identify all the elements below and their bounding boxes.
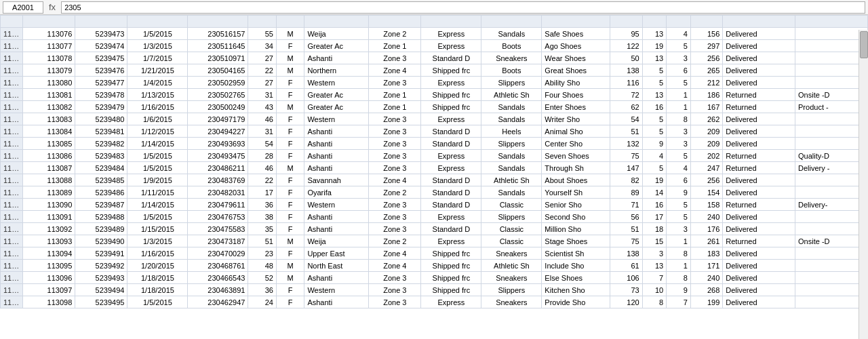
col-header-D[interactable]: [188, 16, 248, 28]
cell[interactable]: 5239482: [75, 138, 127, 150]
cell[interactable]: 51: [610, 223, 642, 235]
cell[interactable]: Include Sho: [542, 260, 610, 272]
cell[interactable]: Zone 3: [369, 125, 421, 138]
cell[interactable]: Zone 4: [369, 260, 421, 272]
cell[interactable]: 5: [667, 40, 691, 52]
col-header-G[interactable]: [304, 16, 369, 28]
cell[interactable]: 261: [690, 235, 722, 247]
cell[interactable]: 1/5/2015: [127, 28, 188, 40]
cell[interactable]: 202: [690, 150, 722, 162]
cell[interactable]: Enter Shoes: [542, 101, 610, 113]
cell[interactable]: [795, 64, 868, 77]
cell[interactable]: 31: [248, 89, 277, 101]
cell[interactable]: Ago Shoes: [542, 40, 610, 52]
cell[interactable]: M: [276, 272, 304, 284]
cell[interactable]: Quality-D: [795, 150, 868, 162]
table-row[interactable]: 11299211309052394871/14/201523047961136F…: [1, 199, 868, 211]
cell[interactable]: Standard D: [421, 174, 481, 186]
cell[interactable]: Delivered: [723, 40, 795, 52]
cell[interactable]: 5239491: [75, 247, 127, 260]
cell[interactable]: Classic: [481, 199, 542, 211]
cell[interactable]: 82: [610, 174, 642, 186]
cell[interactable]: 230476753: [188, 211, 248, 223]
cell[interactable]: 89: [610, 186, 642, 199]
col-header-M[interactable]: [642, 16, 667, 28]
cell[interactable]: 19: [642, 40, 667, 52]
cell[interactable]: 230504165: [188, 64, 248, 77]
cell[interactable]: 1/7/2015: [127, 52, 188, 64]
cell[interactable]: 230462947: [188, 296, 248, 308]
cell[interactable]: 113078: [23, 52, 75, 64]
cell[interactable]: 113093: [23, 235, 75, 247]
cell[interactable]: Boots: [481, 40, 542, 52]
cell[interactable]: [795, 174, 868, 186]
cell[interactable]: 113082: [23, 101, 75, 113]
cell[interactable]: Slippers: [481, 284, 542, 296]
cell[interactable]: 209: [690, 138, 722, 150]
cell[interactable]: [795, 125, 868, 138]
table-row[interactable]: 11299511309352394901/3/201523047318751MW…: [1, 235, 868, 247]
row-number[interactable]: 112980: [1, 52, 23, 64]
cell[interactable]: 262: [690, 113, 722, 125]
cell[interactable]: Express: [421, 211, 481, 223]
cell[interactable]: M: [276, 28, 304, 40]
cell[interactable]: [795, 284, 868, 296]
cell[interactable]: 240: [690, 211, 722, 223]
cell[interactable]: 1/11/2015: [127, 186, 188, 199]
cell[interactable]: 1/9/2015: [127, 174, 188, 186]
cell[interactable]: 15: [642, 235, 667, 247]
cell[interactable]: 22: [248, 64, 277, 77]
cell[interactable]: 5239481: [75, 125, 127, 138]
cell[interactable]: Returned: [723, 235, 795, 247]
cell[interactable]: M: [276, 260, 304, 272]
cell[interactable]: 5239483: [75, 150, 127, 162]
cell[interactable]: 17: [248, 186, 277, 199]
cell[interactable]: 212: [690, 77, 722, 89]
cell[interactable]: 1: [667, 260, 691, 272]
cell[interactable]: 5239476: [75, 64, 127, 77]
cell[interactable]: 75: [610, 150, 642, 162]
cell[interactable]: Shipped frc: [421, 247, 481, 260]
cell[interactable]: Center Sho: [542, 138, 610, 150]
cell[interactable]: 5: [642, 77, 667, 89]
cell[interactable]: [795, 77, 868, 89]
cell[interactable]: Shipped frc: [421, 272, 481, 284]
cell[interactable]: 1/13/2015: [127, 89, 188, 101]
cell[interactable]: Safe Shoes: [542, 28, 610, 40]
cell[interactable]: 6: [667, 174, 691, 186]
cell[interactable]: 4: [667, 28, 691, 40]
cell[interactable]: Ashanti: [304, 223, 369, 235]
cell[interactable]: 5: [667, 211, 691, 223]
cell[interactable]: Oyarifa: [304, 186, 369, 199]
cell[interactable]: 113081: [23, 89, 75, 101]
cell[interactable]: 113077: [23, 40, 75, 52]
cell[interactable]: 5239478: [75, 89, 127, 101]
cell[interactable]: 14: [642, 186, 667, 199]
cell[interactable]: 5239493: [75, 272, 127, 284]
table-row[interactable]: 11297811307652394731/5/201523051615755MW…: [1, 28, 868, 40]
cell[interactable]: Delivered: [723, 28, 795, 40]
cell[interactable]: 1/5/2015: [127, 211, 188, 223]
cell[interactable]: 5239490: [75, 235, 127, 247]
cell[interactable]: 5: [642, 64, 667, 77]
cell[interactable]: 1/21/2015: [127, 64, 188, 77]
cell[interactable]: F: [276, 174, 304, 186]
cell[interactable]: 113090: [23, 199, 75, 211]
cell[interactable]: [795, 260, 868, 272]
cell[interactable]: F: [276, 296, 304, 308]
row-number[interactable]: 112981: [1, 64, 23, 77]
cell[interactable]: [795, 40, 868, 52]
cell[interactable]: 1/12/2015: [127, 125, 188, 138]
cell[interactable]: Zone 3: [369, 52, 421, 64]
cell[interactable]: 5: [642, 162, 667, 174]
cell[interactable]: 230486211: [188, 162, 248, 174]
cell[interactable]: 7: [642, 272, 667, 284]
cell[interactable]: Writer Sho: [542, 113, 610, 125]
cell[interactable]: Athletic Sh: [481, 89, 542, 101]
col-header-I[interactable]: [421, 16, 481, 28]
cell[interactable]: 268: [690, 284, 722, 296]
cell[interactable]: 230494227: [188, 125, 248, 138]
cell[interactable]: 8: [642, 296, 667, 308]
cell[interactable]: Through Sh: [542, 162, 610, 174]
table-row[interactable]: 11298211308052394771/4/201523050295927FW…: [1, 77, 868, 89]
